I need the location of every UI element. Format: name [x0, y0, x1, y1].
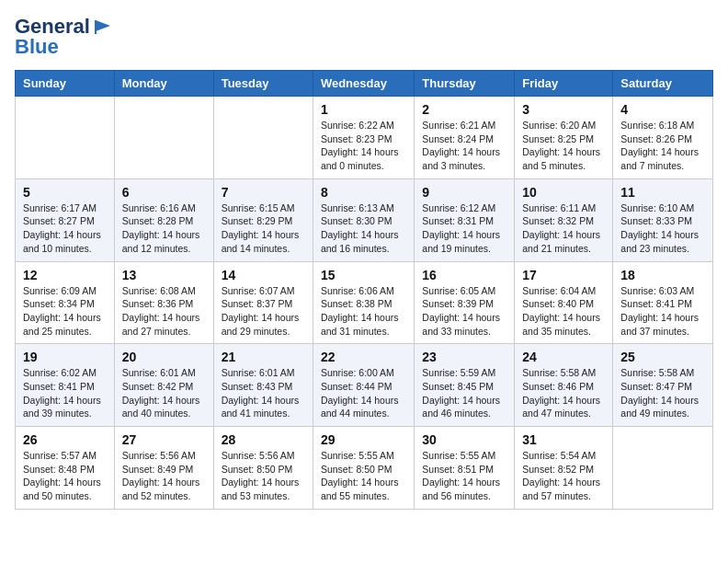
- day-info: Sunrise: 5:58 AMSunset: 8:46 PMDaylight:…: [522, 366, 605, 420]
- calendar-cell: 10Sunrise: 6:11 AMSunset: 8:32 PMDayligh…: [515, 178, 613, 261]
- logo-blue: Blue: [15, 35, 59, 59]
- calendar-cell: 13Sunrise: 6:08 AMSunset: 8:36 PMDayligh…: [114, 261, 213, 344]
- calendar-week-row: 1Sunrise: 6:22 AMSunset: 8:23 PMDaylight…: [16, 97, 713, 179]
- calendar-cell: 29Sunrise: 5:55 AMSunset: 8:50 PMDayligh…: [313, 427, 414, 510]
- day-number: 25: [620, 350, 705, 364]
- column-header-friday: Friday: [515, 71, 613, 97]
- day-info: Sunrise: 6:12 AMSunset: 8:31 PMDaylight:…: [422, 201, 506, 256]
- calendar-cell: 12Sunrise: 6:09 AMSunset: 8:34 PMDayligh…: [16, 261, 115, 344]
- calendar-cell: 30Sunrise: 5:55 AMSunset: 8:51 PMDayligh…: [415, 427, 515, 510]
- calendar-cell: [16, 97, 115, 179]
- logo: General Blue: [15, 15, 112, 59]
- day-number: 12: [23, 268, 107, 282]
- day-number: 6: [122, 185, 206, 200]
- day-info: Sunrise: 6:20 AMSunset: 8:25 PMDaylight:…: [522, 119, 605, 173]
- calendar-cell: 17Sunrise: 6:04 AMSunset: 8:40 PMDayligh…: [515, 261, 613, 344]
- day-number: 4: [620, 102, 705, 117]
- day-info: Sunrise: 5:56 AMSunset: 8:49 PMDaylight:…: [122, 449, 206, 503]
- day-number: 3: [522, 102, 605, 117]
- calendar-cell: [114, 97, 213, 179]
- day-number: 2: [422, 102, 506, 117]
- day-number: 15: [321, 268, 406, 282]
- day-info: Sunrise: 5:57 AMSunset: 8:48 PMDaylight:…: [23, 449, 107, 503]
- calendar-cell: 1Sunrise: 6:22 AMSunset: 8:23 PMDaylight…: [313, 97, 414, 179]
- day-info: Sunrise: 6:06 AMSunset: 8:38 PMDaylight:…: [321, 284, 406, 339]
- day-number: 1: [321, 102, 406, 117]
- day-info: Sunrise: 6:21 AMSunset: 8:24 PMDaylight:…: [422, 119, 506, 173]
- calendar-week-row: 26Sunrise: 5:57 AMSunset: 8:48 PMDayligh…: [16, 427, 713, 510]
- day-info: Sunrise: 6:11 AMSunset: 8:32 PMDaylight:…: [522, 201, 605, 256]
- day-info: Sunrise: 6:01 AMSunset: 8:43 PMDaylight:…: [222, 366, 305, 420]
- calendar-cell: 7Sunrise: 6:15 AMSunset: 8:29 PMDaylight…: [213, 178, 313, 261]
- day-number: 30: [422, 432, 506, 447]
- calendar-cell: 23Sunrise: 5:59 AMSunset: 8:45 PMDayligh…: [415, 344, 515, 427]
- day-number: 22: [321, 350, 406, 364]
- calendar-cell: 15Sunrise: 6:06 AMSunset: 8:38 PMDayligh…: [313, 261, 414, 344]
- day-info: Sunrise: 6:13 AMSunset: 8:30 PMDaylight:…: [321, 201, 406, 256]
- column-header-thursday: Thursday: [415, 71, 515, 97]
- day-info: Sunrise: 6:18 AMSunset: 8:26 PMDaylight:…: [620, 119, 705, 173]
- day-info: Sunrise: 6:09 AMSunset: 8:34 PMDaylight:…: [23, 284, 107, 339]
- day-number: 27: [122, 432, 206, 447]
- column-header-saturday: Saturday: [613, 71, 713, 97]
- day-number: 7: [222, 185, 305, 200]
- calendar-cell: 14Sunrise: 6:07 AMSunset: 8:37 PMDayligh…: [213, 261, 313, 344]
- day-info: Sunrise: 6:22 AMSunset: 8:23 PMDaylight:…: [321, 119, 406, 173]
- day-number: 20: [122, 350, 206, 364]
- day-info: Sunrise: 5:55 AMSunset: 8:50 PMDaylight:…: [321, 449, 406, 503]
- day-number: 26: [23, 432, 107, 447]
- calendar-week-row: 12Sunrise: 6:09 AMSunset: 8:34 PMDayligh…: [16, 261, 713, 344]
- calendar-cell: 2Sunrise: 6:21 AMSunset: 8:24 PMDaylight…: [415, 97, 515, 179]
- day-info: Sunrise: 6:02 AMSunset: 8:41 PMDaylight:…: [23, 366, 107, 420]
- calendar-cell: 20Sunrise: 6:01 AMSunset: 8:42 PMDayligh…: [114, 344, 213, 427]
- calendar-cell: 5Sunrise: 6:17 AMSunset: 8:27 PMDaylight…: [16, 178, 115, 261]
- calendar-header-row: SundayMondayTuesdayWednesdayThursdayFrid…: [16, 71, 713, 97]
- calendar-cell: 28Sunrise: 5:56 AMSunset: 8:50 PMDayligh…: [213, 427, 313, 510]
- day-number: 9: [422, 185, 506, 200]
- day-info: Sunrise: 5:54 AMSunset: 8:52 PMDaylight:…: [522, 449, 605, 503]
- day-number: 14: [222, 268, 305, 282]
- day-info: Sunrise: 5:58 AMSunset: 8:47 PMDaylight:…: [620, 366, 705, 420]
- day-info: Sunrise: 6:00 AMSunset: 8:44 PMDaylight:…: [321, 366, 406, 420]
- calendar-cell: 4Sunrise: 6:18 AMSunset: 8:26 PMDaylight…: [613, 97, 713, 179]
- day-number: 18: [620, 268, 705, 282]
- day-info: Sunrise: 6:08 AMSunset: 8:36 PMDaylight:…: [122, 284, 206, 339]
- day-info: Sunrise: 6:05 AMSunset: 8:39 PMDaylight:…: [422, 284, 506, 339]
- day-number: 8: [321, 185, 406, 200]
- day-number: 23: [422, 350, 506, 364]
- day-info: Sunrise: 5:59 AMSunset: 8:45 PMDaylight:…: [422, 366, 506, 420]
- day-number: 24: [522, 350, 605, 364]
- calendar-cell: 18Sunrise: 6:03 AMSunset: 8:41 PMDayligh…: [613, 261, 713, 344]
- calendar-cell: 31Sunrise: 5:54 AMSunset: 8:52 PMDayligh…: [515, 427, 613, 510]
- calendar-cell: [613, 427, 713, 510]
- day-info: Sunrise: 6:17 AMSunset: 8:27 PMDaylight:…: [23, 201, 107, 256]
- day-number: 17: [522, 268, 605, 282]
- calendar-cell: 3Sunrise: 6:20 AMSunset: 8:25 PMDaylight…: [515, 97, 613, 179]
- svg-marker-0: [96, 20, 110, 31]
- calendar-cell: 21Sunrise: 6:01 AMSunset: 8:43 PMDayligh…: [213, 344, 313, 427]
- day-number: 11: [620, 185, 705, 200]
- calendar-cell: 8Sunrise: 6:13 AMSunset: 8:30 PMDaylight…: [313, 178, 414, 261]
- day-number: 10: [522, 185, 605, 200]
- calendar-cell: 11Sunrise: 6:10 AMSunset: 8:33 PMDayligh…: [613, 178, 713, 261]
- calendar-cell: 25Sunrise: 5:58 AMSunset: 8:47 PMDayligh…: [613, 344, 713, 427]
- calendar-cell: 9Sunrise: 6:12 AMSunset: 8:31 PMDaylight…: [415, 178, 515, 261]
- day-number: 28: [222, 432, 305, 447]
- calendar-week-row: 19Sunrise: 6:02 AMSunset: 8:41 PMDayligh…: [16, 344, 713, 427]
- day-info: Sunrise: 6:15 AMSunset: 8:29 PMDaylight:…: [222, 201, 305, 256]
- day-number: 31: [522, 432, 605, 447]
- column-header-wednesday: Wednesday: [313, 71, 414, 97]
- day-info: Sunrise: 6:03 AMSunset: 8:41 PMDaylight:…: [620, 284, 705, 339]
- day-info: Sunrise: 6:10 AMSunset: 8:33 PMDaylight:…: [620, 201, 705, 256]
- calendar-week-row: 5Sunrise: 6:17 AMSunset: 8:27 PMDaylight…: [16, 178, 713, 261]
- logo-flag-icon: [92, 18, 112, 35]
- day-number: 21: [222, 350, 305, 364]
- calendar-cell: 27Sunrise: 5:56 AMSunset: 8:49 PMDayligh…: [114, 427, 213, 510]
- calendar-cell: 16Sunrise: 6:05 AMSunset: 8:39 PMDayligh…: [415, 261, 515, 344]
- day-number: 13: [122, 268, 206, 282]
- day-number: 19: [23, 350, 107, 364]
- day-info: Sunrise: 6:01 AMSunset: 8:42 PMDaylight:…: [122, 366, 206, 420]
- calendar-cell: 19Sunrise: 6:02 AMSunset: 8:41 PMDayligh…: [16, 344, 115, 427]
- day-info: Sunrise: 5:55 AMSunset: 8:51 PMDaylight:…: [422, 449, 506, 503]
- column-header-monday: Monday: [114, 71, 213, 97]
